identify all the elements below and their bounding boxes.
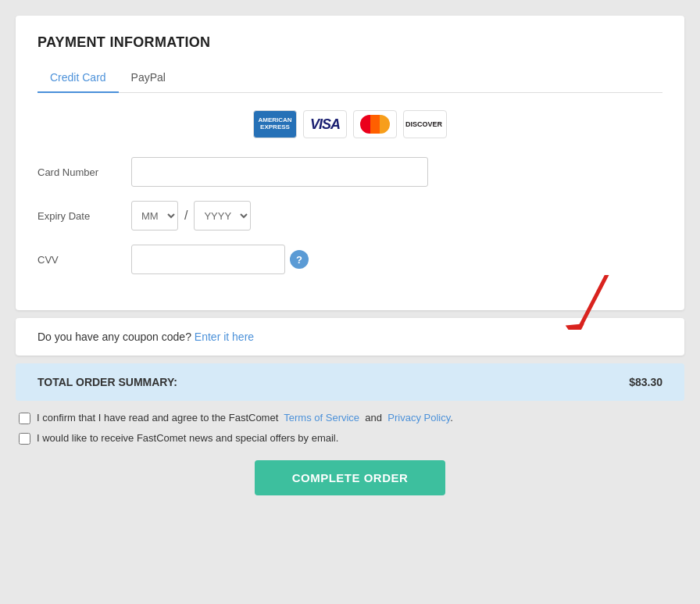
discover-text: DISCOVER	[405, 120, 442, 128]
payment-information-card: PAYMENT INFORMATION Credit Card PayPal A…	[16, 16, 684, 310]
terms-text-before: I confirm that I have read and agree to …	[37, 412, 278, 424]
tab-credit-card[interactable]: Credit Card	[38, 65, 119, 93]
card-number-input[interactable]	[131, 157, 428, 187]
checkboxes-area: I confirm that I have read and agree to …	[16, 412, 684, 445]
payment-tabs: Credit Card PayPal	[38, 65, 662, 93]
expiry-month-select[interactable]: MM 01 02 03 04 05 06 07 08 09 10 11 12	[131, 201, 178, 231]
newsletter-checkbox[interactable]	[19, 433, 30, 445]
cvv-row: CVV ?	[38, 245, 662, 274]
order-summary-label: TOTAL ORDER SUMMARY:	[38, 376, 177, 388]
cvv-label: CVV	[38, 254, 131, 266]
tab-paypal[interactable]: PayPal	[119, 65, 178, 92]
cvv-inputs: ?	[131, 245, 309, 274]
newsletter-checkbox-row: I would like to receive FastComet news a…	[19, 432, 681, 445]
expiry-inputs: MM 01 02 03 04 05 06 07 08 09 10 11 12 /…	[131, 201, 251, 231]
terms-checkbox-row: I confirm that I have read and agree to …	[19, 412, 681, 424]
coupon-static-text: Do you have any coupon code?	[38, 331, 191, 343]
complete-order-button[interactable]: COMPLETE ORDER	[255, 460, 446, 495]
page-title: PAYMENT INFORMATION	[38, 34, 662, 51]
expiry-row: Expiry Date MM 01 02 03 04 05 06 07 08 0…	[38, 201, 662, 231]
newsletter-label: I would like to receive FastComet news a…	[37, 432, 338, 444]
card-logos-row: AMERICANEXPRESS VISA DISCOVER	[38, 110, 662, 138]
discover-logo: DISCOVER	[403, 110, 447, 138]
privacy-policy-link[interactable]: Privacy Policy	[388, 412, 450, 424]
terms-checkbox[interactable]	[19, 413, 30, 424]
terms-text-middle: and	[365, 412, 382, 424]
cvv-input[interactable]	[131, 245, 285, 274]
terms-text-after: .	[450, 412, 453, 424]
coupon-enter-link[interactable]: Enter it here	[195, 331, 254, 343]
visa-logo: VISA	[303, 110, 347, 138]
expiry-year-select[interactable]: YYYY 2024 2025 2026 2027 2028 2029 2030 …	[194, 201, 251, 231]
amex-logo: AMERICANEXPRESS	[253, 110, 297, 138]
card-number-label: Card Number	[38, 166, 131, 178]
mastercard-overlap	[370, 115, 380, 134]
svg-marker-1	[566, 317, 590, 330]
cvv-help-button[interactable]: ?	[290, 250, 309, 269]
mastercard-logo	[353, 110, 397, 138]
order-summary-bar: TOTAL ORDER SUMMARY: $83.30	[16, 363, 684, 401]
card-number-row: Card Number	[38, 157, 662, 187]
terms-label: I confirm that I have read and agree to …	[37, 412, 453, 424]
order-summary-amount: $83.30	[629, 376, 662, 388]
coupon-bar: Do you have any coupon code? Enter it he…	[16, 318, 684, 356]
complete-btn-row: COMPLETE ORDER	[16, 460, 684, 495]
expiry-label: Expiry Date	[38, 210, 131, 222]
terms-of-service-link[interactable]: Terms of Service	[284, 412, 359, 424]
expiry-separator: /	[184, 209, 188, 223]
